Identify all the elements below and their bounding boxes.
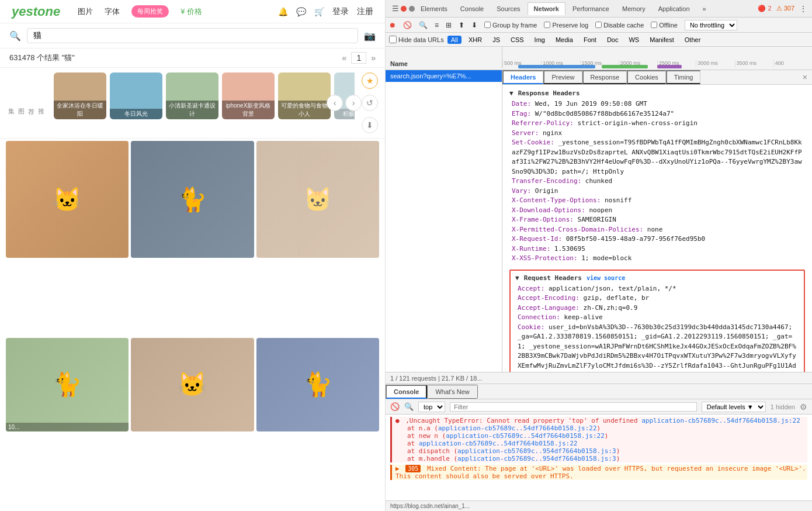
filter-icon[interactable]: 🔍 [419, 21, 428, 29]
download-button[interactable]: ⬇ [362, 117, 378, 133]
stack-link-0-3[interactable]: application-cb57689c..954df7664b0158.js:… [457, 447, 616, 455]
nav-link-price[interactable]: ¥ 价格 [181, 6, 202, 17]
group-by-frame-checkbox[interactable] [484, 22, 491, 28]
search-input[interactable] [33, 31, 352, 40]
tab-application[interactable]: Application [653, 3, 696, 15]
filter-css[interactable]: CSS [507, 36, 528, 44]
nav-link-images[interactable]: 图片 [78, 6, 93, 17]
cart-icon[interactable]: 🛒 [314, 7, 324, 16]
image-cell-0[interactable]: 🐱 [6, 141, 129, 258]
multi-column-icon[interactable]: ⊞ [446, 21, 452, 29]
disable-cache-checkbox[interactable] [595, 22, 602, 28]
filter-doc[interactable]: Doc [603, 36, 622, 44]
record-icon[interactable]: ⏺ [389, 21, 396, 29]
image-cell-5[interactable]: 🐈 [256, 338, 379, 431]
stack-link-0-0[interactable]: application-cb57689c..54df7664b0158.js:2… [438, 424, 597, 432]
history-button[interactable]: ↺ [362, 95, 378, 111]
camera-search-button[interactable]: 📷 [364, 30, 376, 42]
stack-link-0-2[interactable]: application-cb57689c..54df7664b0158.js:2… [419, 440, 578, 447]
tab-console[interactable]: Console [454, 3, 490, 15]
throttling-select[interactable]: No throttling [685, 20, 737, 30]
console-level-select[interactable]: Default levels ▼ [702, 402, 766, 412]
hdr-x-runtime: X-Runtime: 1.530695 [509, 244, 805, 254]
stack-link-0-4[interactable]: application-cb57689c..954df7664b0158.js:… [457, 455, 616, 462]
devtools-record-icon[interactable] [401, 6, 407, 12]
tab-performance[interactable]: Performance [567, 3, 615, 15]
filter-all[interactable]: All [447, 36, 461, 44]
bottom-status-bar: https://blog.csdn.net/ainan_1... [386, 500, 812, 511]
console-clear-icon[interactable]: 🚫 [390, 402, 400, 411]
detail-tab-response[interactable]: Response [582, 70, 627, 84]
detail-close-button[interactable]: × [798, 70, 812, 84]
clear-icon[interactable]: 🚫 [403, 21, 412, 29]
tab-elements[interactable]: Elements [415, 3, 453, 15]
login-link[interactable]: 登录 [332, 6, 349, 17]
request-headers-title[interactable]: ▼ Request Headers view source [515, 274, 799, 282]
stack-link-0-1[interactable]: application-cb57689c..54df7664b0158.js:2… [446, 432, 605, 440]
response-headers-title[interactable]: ▼ Response Headers [509, 89, 805, 97]
console-tab-console[interactable]: Console [386, 385, 427, 399]
group-by-frame-check[interactable]: Group by frame [484, 22, 537, 29]
console-settings-button[interactable]: ⚙ [800, 402, 807, 412]
offline-checkbox[interactable] [651, 22, 657, 28]
console-filter-icon[interactable]: 🔍 [404, 402, 414, 411]
offline-check[interactable]: Offline [651, 22, 678, 29]
cat-prev-button[interactable]: ‹ [327, 95, 343, 111]
export-icon[interactable]: ⬇ [471, 21, 477, 29]
image-cell-4[interactable]: 🐱 [131, 338, 254, 431]
image-cell-2[interactable]: 🐱 [256, 141, 379, 258]
detail-tab-preview[interactable]: Preview [543, 70, 582, 84]
prev-page-button[interactable]: « [342, 53, 347, 63]
category-item-3[interactable]: iphoneX新变风格背景 [222, 72, 275, 119]
nav-link-fonts[interactable]: 字体 [105, 6, 120, 17]
tab-memory[interactable]: Memory [616, 3, 651, 15]
devtools-clear-icon[interactable] [409, 6, 415, 12]
image-cell-1[interactable]: 🐈 [131, 141, 254, 258]
category-item-1[interactable]: 冬日风光 [110, 72, 162, 119]
preserve-log-checkbox[interactable] [544, 22, 550, 28]
view-source-link[interactable]: view source [587, 275, 625, 281]
console-error-file-0[interactable]: application-cb57689c..54df7664b0158.js:2… [641, 417, 800, 424]
devtools-menu-icon[interactable]: ☰ [390, 4, 401, 14]
hide-data-urls-checkbox[interactable] [389, 36, 397, 43]
filter-other[interactable]: Other [681, 36, 705, 44]
next-page-button[interactable]: » [371, 53, 376, 63]
category-item-2[interactable]: 小清新圣诞卡通设计 [166, 72, 218, 119]
filter-img[interactable]: Img [531, 36, 549, 44]
disable-cache-check[interactable]: Disable cache [595, 22, 644, 29]
console-context-select[interactable]: top [418, 402, 445, 412]
filter-media[interactable]: Media [552, 36, 577, 44]
chat-icon[interactable]: 💬 [296, 7, 306, 16]
category-item-0[interactable]: 全家沐浴在冬日暖阳 [54, 72, 106, 119]
star-button[interactable]: ★ [362, 72, 378, 89]
category-item-4[interactable]: 可爱的食物与食物小人 [278, 72, 331, 119]
filter-manifest[interactable]: Manifest [646, 36, 678, 44]
detail-tab-timing[interactable]: Timing [666, 70, 701, 84]
tab-more[interactable]: » [697, 3, 712, 15]
register-link[interactable]: 注册 [357, 6, 373, 17]
filter-xhr[interactable]: XHR [465, 36, 485, 44]
req-accept-encoding: Accept-Encoding: gzip, deflate, br [515, 294, 799, 303]
promo-button[interactable]: 每周抢奖 [131, 5, 169, 18]
devtools-settings-icon[interactable]: ⋮ [799, 4, 807, 13]
import-icon[interactable]: ⬆ [459, 21, 464, 29]
filter-js[interactable]: JS [489, 36, 504, 44]
req-connection: Connection: keep-alive [515, 313, 799, 323]
tab-network[interactable]: Network [528, 2, 565, 15]
console-filter-input[interactable] [450, 402, 697, 412]
view-toggle-icon[interactable]: ≡ [435, 21, 439, 29]
request-item-0[interactable]: search.json?query=%E7%... [386, 70, 502, 82]
search-bar: 🔍 📷 [0, 23, 385, 49]
detail-tab-headers[interactable]: Headers [502, 70, 543, 84]
image-cell-3[interactable]: 🐈 10... [6, 338, 129, 431]
category-item-label-3: iphoneX新变风格背景 [222, 101, 275, 119]
bell-icon[interactable]: 🔔 [278, 7, 288, 16]
preserve-log-check[interactable]: Preserve log [544, 22, 588, 29]
tab-sources[interactable]: Sources [491, 3, 526, 15]
hide-data-urls-check[interactable]: Hide data URLs [389, 36, 444, 43]
detail-tab-cookies[interactable]: Cookies [627, 70, 666, 84]
cat-next-button[interactable]: › [345, 95, 362, 111]
filter-font[interactable]: Font [580, 36, 600, 44]
console-tab-whatsnew[interactable]: What's New [427, 385, 477, 399]
filter-ws[interactable]: WS [625, 36, 643, 44]
